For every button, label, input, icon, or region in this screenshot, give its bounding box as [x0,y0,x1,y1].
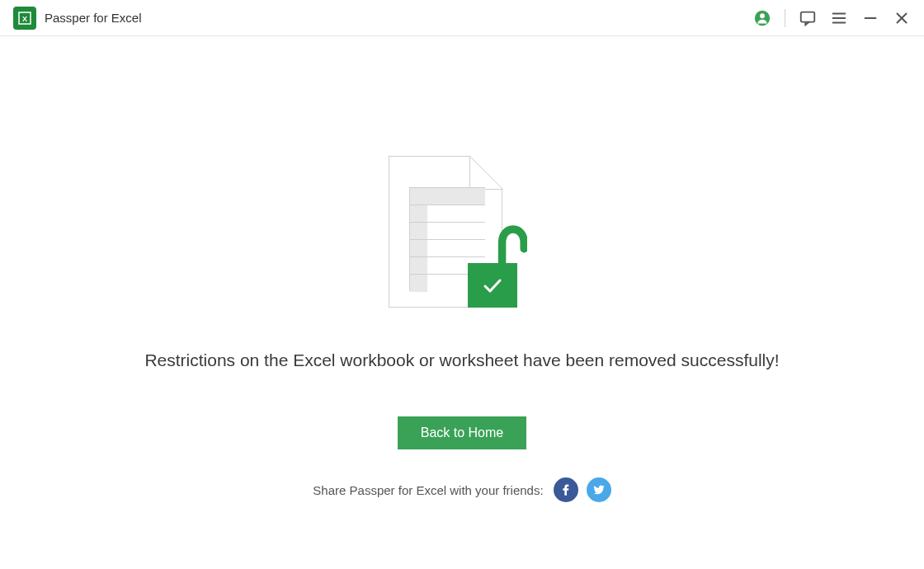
menu-icon[interactable] [830,9,848,27]
app-title: Passper for Excel [45,11,142,25]
main-content: Restrictions on the Excel workbook or wo… [0,36,924,502]
titlebar-divider [785,9,785,27]
svg-line-11 [469,156,502,189]
success-illustration [389,156,535,308]
account-icon[interactable] [753,9,771,27]
share-section: Share Passper for Excel with your friend… [313,477,610,502]
unlock-check-icon [468,263,517,308]
facebook-icon[interactable] [554,477,578,502]
back-to-home-button[interactable]: Back to Home [398,416,526,449]
svg-rect-4 [801,12,815,21]
minimize-icon[interactable] [861,9,879,27]
social-icons [554,477,611,502]
close-icon[interactable] [893,9,911,27]
titlebar: X Passper for Excel [0,0,924,36]
feedback-icon[interactable] [799,9,817,27]
titlebar-right [753,9,911,27]
unlock-shackle-icon [496,225,527,265]
app-icon: X [13,7,36,30]
share-text: Share Passper for Excel with your friend… [313,483,543,497]
svg-point-3 [760,13,765,18]
twitter-icon[interactable] [587,477,611,502]
titlebar-left: X Passper for Excel [13,7,142,30]
svg-text:X: X [22,14,27,22]
success-message: Restrictions on the Excel workbook or wo… [144,350,779,370]
